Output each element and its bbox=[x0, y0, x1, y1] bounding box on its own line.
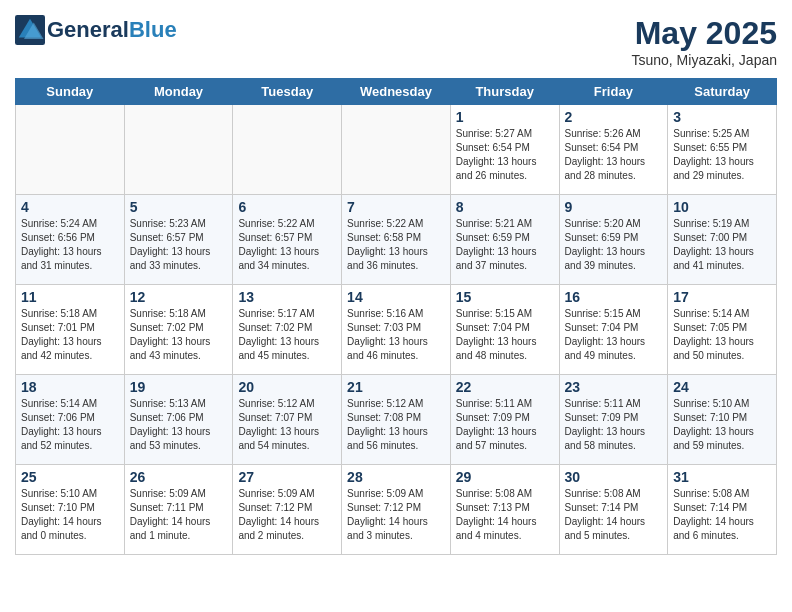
day-info: Sunrise: 5:10 AM Sunset: 7:10 PM Dayligh… bbox=[673, 397, 771, 453]
calendar-cell: 10Sunrise: 5:19 AM Sunset: 7:00 PM Dayli… bbox=[668, 195, 777, 285]
day-number: 12 bbox=[130, 289, 228, 305]
calendar-cell: 12Sunrise: 5:18 AM Sunset: 7:02 PM Dayli… bbox=[124, 285, 233, 375]
calendar-cell bbox=[342, 105, 451, 195]
calendar-cell: 22Sunrise: 5:11 AM Sunset: 7:09 PM Dayli… bbox=[450, 375, 559, 465]
day-info: Sunrise: 5:23 AM Sunset: 6:57 PM Dayligh… bbox=[130, 217, 228, 273]
day-info: Sunrise: 5:18 AM Sunset: 7:01 PM Dayligh… bbox=[21, 307, 119, 363]
day-number: 20 bbox=[238, 379, 336, 395]
day-number: 13 bbox=[238, 289, 336, 305]
day-number: 29 bbox=[456, 469, 554, 485]
calendar-cell: 19Sunrise: 5:13 AM Sunset: 7:06 PM Dayli… bbox=[124, 375, 233, 465]
day-number: 2 bbox=[565, 109, 663, 125]
day-number: 4 bbox=[21, 199, 119, 215]
weekday-header-friday: Friday bbox=[559, 79, 668, 105]
day-info: Sunrise: 5:20 AM Sunset: 6:59 PM Dayligh… bbox=[565, 217, 663, 273]
logo-text: GeneralBlue bbox=[47, 18, 177, 42]
day-info: Sunrise: 5:14 AM Sunset: 7:05 PM Dayligh… bbox=[673, 307, 771, 363]
calendar-cell: 20Sunrise: 5:12 AM Sunset: 7:07 PM Dayli… bbox=[233, 375, 342, 465]
day-number: 14 bbox=[347, 289, 445, 305]
day-number: 28 bbox=[347, 469, 445, 485]
calendar-cell: 3Sunrise: 5:25 AM Sunset: 6:55 PM Daylig… bbox=[668, 105, 777, 195]
day-number: 16 bbox=[565, 289, 663, 305]
day-number: 5 bbox=[130, 199, 228, 215]
calendar-cell: 14Sunrise: 5:16 AM Sunset: 7:03 PM Dayli… bbox=[342, 285, 451, 375]
day-info: Sunrise: 5:18 AM Sunset: 7:02 PM Dayligh… bbox=[130, 307, 228, 363]
calendar-cell: 29Sunrise: 5:08 AM Sunset: 7:13 PM Dayli… bbox=[450, 465, 559, 555]
day-number: 3 bbox=[673, 109, 771, 125]
calendar-cell: 5Sunrise: 5:23 AM Sunset: 6:57 PM Daylig… bbox=[124, 195, 233, 285]
calendar-cell: 4Sunrise: 5:24 AM Sunset: 6:56 PM Daylig… bbox=[16, 195, 125, 285]
calendar-table: SundayMondayTuesdayWednesdayThursdayFrid… bbox=[15, 78, 777, 555]
calendar-cell: 15Sunrise: 5:15 AM Sunset: 7:04 PM Dayli… bbox=[450, 285, 559, 375]
day-number: 1 bbox=[456, 109, 554, 125]
calendar-cell: 25Sunrise: 5:10 AM Sunset: 7:10 PM Dayli… bbox=[16, 465, 125, 555]
day-number: 22 bbox=[456, 379, 554, 395]
day-info: Sunrise: 5:11 AM Sunset: 7:09 PM Dayligh… bbox=[456, 397, 554, 453]
day-info: Sunrise: 5:19 AM Sunset: 7:00 PM Dayligh… bbox=[673, 217, 771, 273]
day-info: Sunrise: 5:15 AM Sunset: 7:04 PM Dayligh… bbox=[456, 307, 554, 363]
day-info: Sunrise: 5:16 AM Sunset: 7:03 PM Dayligh… bbox=[347, 307, 445, 363]
day-number: 25 bbox=[21, 469, 119, 485]
day-number: 8 bbox=[456, 199, 554, 215]
day-number: 6 bbox=[238, 199, 336, 215]
day-number: 11 bbox=[21, 289, 119, 305]
weekday-header-sunday: Sunday bbox=[16, 79, 125, 105]
week-row-4: 18Sunrise: 5:14 AM Sunset: 7:06 PM Dayli… bbox=[16, 375, 777, 465]
day-info: Sunrise: 5:09 AM Sunset: 7:12 PM Dayligh… bbox=[238, 487, 336, 543]
day-info: Sunrise: 5:12 AM Sunset: 7:08 PM Dayligh… bbox=[347, 397, 445, 453]
calendar-cell: 16Sunrise: 5:15 AM Sunset: 7:04 PM Dayli… bbox=[559, 285, 668, 375]
calendar-cell: 8Sunrise: 5:21 AM Sunset: 6:59 PM Daylig… bbox=[450, 195, 559, 285]
week-row-5: 25Sunrise: 5:10 AM Sunset: 7:10 PM Dayli… bbox=[16, 465, 777, 555]
day-info: Sunrise: 5:09 AM Sunset: 7:12 PM Dayligh… bbox=[347, 487, 445, 543]
day-number: 19 bbox=[130, 379, 228, 395]
calendar-cell: 23Sunrise: 5:11 AM Sunset: 7:09 PM Dayli… bbox=[559, 375, 668, 465]
calendar-cell: 26Sunrise: 5:09 AM Sunset: 7:11 PM Dayli… bbox=[124, 465, 233, 555]
day-info: Sunrise: 5:14 AM Sunset: 7:06 PM Dayligh… bbox=[21, 397, 119, 453]
calendar-cell bbox=[16, 105, 125, 195]
day-number: 9 bbox=[565, 199, 663, 215]
weekday-header-wednesday: Wednesday bbox=[342, 79, 451, 105]
calendar-cell: 31Sunrise: 5:08 AM Sunset: 7:14 PM Dayli… bbox=[668, 465, 777, 555]
weekday-header-saturday: Saturday bbox=[668, 79, 777, 105]
calendar-cell bbox=[233, 105, 342, 195]
calendar-cell: 24Sunrise: 5:10 AM Sunset: 7:10 PM Dayli… bbox=[668, 375, 777, 465]
day-number: 23 bbox=[565, 379, 663, 395]
calendar-cell: 11Sunrise: 5:18 AM Sunset: 7:01 PM Dayli… bbox=[16, 285, 125, 375]
calendar-cell: 21Sunrise: 5:12 AM Sunset: 7:08 PM Dayli… bbox=[342, 375, 451, 465]
calendar-cell: 9Sunrise: 5:20 AM Sunset: 6:59 PM Daylig… bbox=[559, 195, 668, 285]
day-info: Sunrise: 5:08 AM Sunset: 7:14 PM Dayligh… bbox=[565, 487, 663, 543]
day-number: 24 bbox=[673, 379, 771, 395]
day-info: Sunrise: 5:26 AM Sunset: 6:54 PM Dayligh… bbox=[565, 127, 663, 183]
day-info: Sunrise: 5:22 AM Sunset: 6:58 PM Dayligh… bbox=[347, 217, 445, 273]
logo: GeneralBlue bbox=[15, 15, 177, 45]
title-block: May 2025 Tsuno, Miyazaki, Japan bbox=[631, 15, 777, 68]
weekday-header-monday: Monday bbox=[124, 79, 233, 105]
week-row-1: 1Sunrise: 5:27 AM Sunset: 6:54 PM Daylig… bbox=[16, 105, 777, 195]
day-info: Sunrise: 5:10 AM Sunset: 7:10 PM Dayligh… bbox=[21, 487, 119, 543]
location: Tsuno, Miyazaki, Japan bbox=[631, 52, 777, 68]
day-info: Sunrise: 5:11 AM Sunset: 7:09 PM Dayligh… bbox=[565, 397, 663, 453]
page-header: GeneralBlue May 2025 Tsuno, Miyazaki, Ja… bbox=[15, 15, 777, 68]
calendar-cell bbox=[124, 105, 233, 195]
day-number: 26 bbox=[130, 469, 228, 485]
calendar-cell: 6Sunrise: 5:22 AM Sunset: 6:57 PM Daylig… bbox=[233, 195, 342, 285]
calendar-cell: 27Sunrise: 5:09 AM Sunset: 7:12 PM Dayli… bbox=[233, 465, 342, 555]
week-row-2: 4Sunrise: 5:24 AM Sunset: 6:56 PM Daylig… bbox=[16, 195, 777, 285]
day-number: 30 bbox=[565, 469, 663, 485]
day-info: Sunrise: 5:12 AM Sunset: 7:07 PM Dayligh… bbox=[238, 397, 336, 453]
calendar-cell: 30Sunrise: 5:08 AM Sunset: 7:14 PM Dayli… bbox=[559, 465, 668, 555]
calendar-cell: 17Sunrise: 5:14 AM Sunset: 7:05 PM Dayli… bbox=[668, 285, 777, 375]
day-info: Sunrise: 5:15 AM Sunset: 7:04 PM Dayligh… bbox=[565, 307, 663, 363]
day-number: 21 bbox=[347, 379, 445, 395]
day-info: Sunrise: 5:08 AM Sunset: 7:13 PM Dayligh… bbox=[456, 487, 554, 543]
month-title: May 2025 bbox=[631, 15, 777, 52]
calendar-cell: 7Sunrise: 5:22 AM Sunset: 6:58 PM Daylig… bbox=[342, 195, 451, 285]
calendar-cell: 28Sunrise: 5:09 AM Sunset: 7:12 PM Dayli… bbox=[342, 465, 451, 555]
week-row-3: 11Sunrise: 5:18 AM Sunset: 7:01 PM Dayli… bbox=[16, 285, 777, 375]
weekday-header-tuesday: Tuesday bbox=[233, 79, 342, 105]
day-number: 18 bbox=[21, 379, 119, 395]
day-info: Sunrise: 5:13 AM Sunset: 7:06 PM Dayligh… bbox=[130, 397, 228, 453]
calendar-cell: 13Sunrise: 5:17 AM Sunset: 7:02 PM Dayli… bbox=[233, 285, 342, 375]
weekday-header-row: SundayMondayTuesdayWednesdayThursdayFrid… bbox=[16, 79, 777, 105]
day-info: Sunrise: 5:17 AM Sunset: 7:02 PM Dayligh… bbox=[238, 307, 336, 363]
